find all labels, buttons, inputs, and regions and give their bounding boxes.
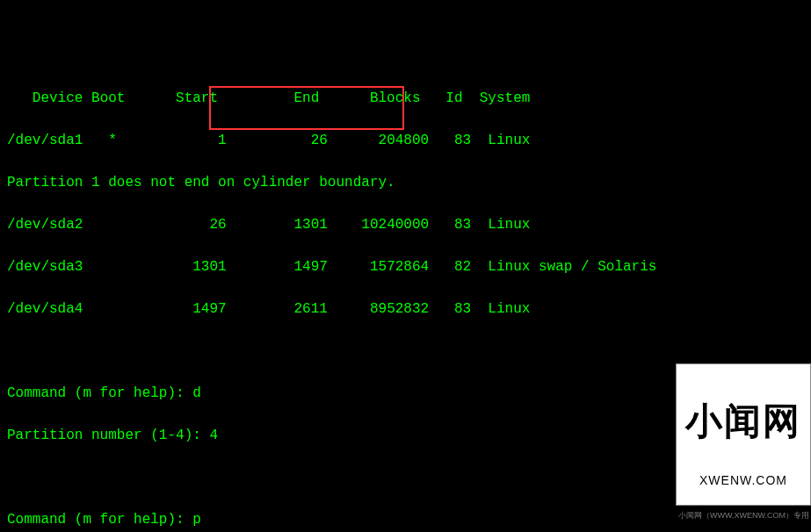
watermark-footer: 小闻网（WWW.XWENW.COM）专用: [678, 510, 809, 522]
watermark-url: XWENW.COM: [685, 474, 801, 487]
table-row: /dev/sda4 1497 2611 8952832 83 Linux: [7, 298, 804, 320]
table-header: Device Boot Start End Blocks Id System: [7, 88, 804, 109]
table-row: /dev/sda3 1301 1497 1572864 82 Linux swa…: [7, 256, 804, 277]
watermark-title: 小闻网: [685, 401, 801, 442]
table-row: /dev/sda1 * 1 26 204800 83 Linux: [7, 130, 804, 151]
table-row: /dev/sda2 26 1301 10240000 83 Linux: [7, 214, 804, 235]
watermark: 小闻网 XWENW.COM: [676, 363, 811, 506]
boundary-note: Partition 1 does not end on cylinder bou…: [7, 172, 804, 193]
blank-line: [7, 341, 804, 362]
